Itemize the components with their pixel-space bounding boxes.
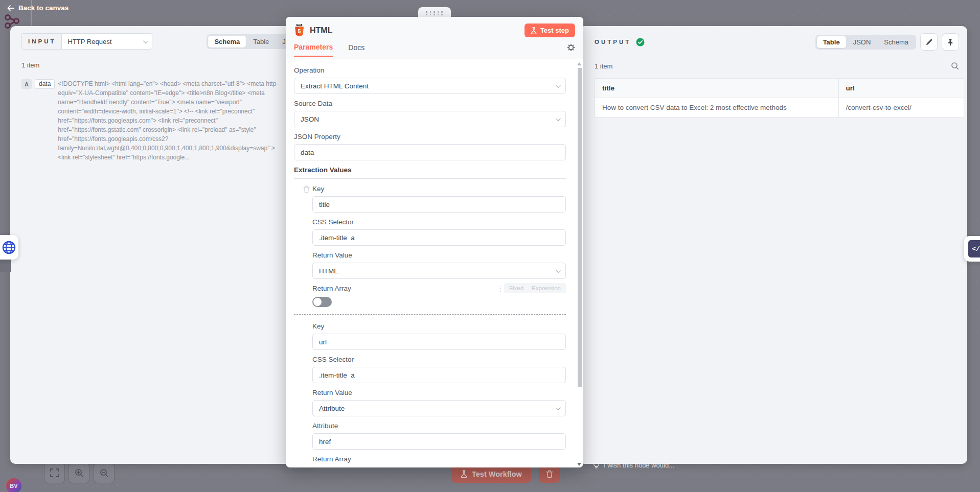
chevron-down-icon — [556, 116, 561, 121]
operation-value: Extract HTML Content — [301, 82, 369, 90]
return-value-label: Return Value — [312, 389, 566, 396]
trash-icon — [303, 185, 310, 193]
chevron-down-icon — [143, 38, 148, 43]
output-tab-schema[interactable]: Schema — [878, 36, 915, 48]
source-data-select[interactable]: JSON — [294, 111, 566, 127]
fixed-pill[interactable]: Fixed — [506, 285, 527, 292]
tab-parameters[interactable]: Parameters — [294, 43, 333, 57]
test-workflow-button[interactable]: Test Workflow — [451, 465, 531, 483]
input-source-value: HTTP Request — [68, 38, 112, 45]
tab-docs[interactable]: Docs — [348, 43, 364, 56]
pin-data-button[interactable] — [942, 33, 959, 51]
input-tab-table[interactable]: Table — [247, 36, 275, 48]
css-selector-input[interactable] — [312, 367, 566, 383]
return-value-value: Attribute — [319, 405, 345, 412]
ndv-header: HTML 5 HTML Test step Parameters Docs — [286, 17, 583, 59]
expression-pill[interactable]: Expression — [529, 285, 564, 292]
globe-icon — [2, 241, 16, 254]
test-step-button[interactable]: Test step — [525, 24, 575, 37]
search-icon — [951, 62, 959, 70]
scrollbar-up-arrow[interactable] — [577, 62, 581, 65]
output-tab-json[interactable]: JSON — [847, 36, 877, 48]
return-value-value: HTML — [319, 267, 338, 275]
user-avatar[interactable]: BV — [6, 478, 21, 492]
flask-icon — [461, 470, 467, 478]
delete-workflow-button[interactable] — [539, 465, 560, 483]
scrollbar-down-arrow[interactable] — [577, 463, 581, 466]
output-column-title: title — [595, 79, 839, 98]
edit-output-button[interactable] — [920, 33, 938, 51]
chevron-down-icon — [556, 83, 561, 88]
options-dots-icon — [500, 286, 501, 287]
output-search-button[interactable] — [951, 62, 959, 70]
svg-text:5: 5 — [298, 28, 301, 34]
return-value-select[interactable]: Attribute — [312, 400, 566, 416]
node-behind-stub — [0, 260, 11, 272]
svg-text:HTML: HTML — [297, 24, 301, 26]
key-label: Key — [312, 185, 566, 193]
output-tab-table[interactable]: Table — [817, 36, 846, 48]
output-table-header-row: title url — [595, 79, 964, 98]
toggle-knob — [313, 298, 322, 306]
zoom-to-fit-button[interactable] — [44, 462, 65, 483]
node-settings-button[interactable] — [567, 43, 575, 56]
operation-label: Operation — [294, 66, 566, 74]
scrollbar-thumb[interactable] — [578, 68, 582, 387]
zoom-in-button[interactable] — [69, 462, 89, 483]
zoom-to-fit-icon — [50, 468, 59, 477]
field-type-badge: A — [21, 79, 32, 89]
key-input[interactable] — [312, 196, 566, 213]
css-selector-input[interactable] — [312, 229, 566, 246]
zoom-out-icon — [100, 468, 109, 478]
back-to-canvas-label: Back to canvas — [18, 4, 69, 12]
attribute-input[interactable] — [312, 433, 566, 450]
output-table-row[interactable]: How to convert CSV data to Excel: 2 most… — [595, 98, 964, 118]
code-node-icon: </ — [968, 240, 980, 257]
test-step-label: Test step — [540, 27, 569, 34]
zoom-out-button[interactable] — [94, 462, 115, 483]
key-label: Key — [312, 322, 566, 330]
output-panel: OUTPUT Table JSON Schema 1 item title ur… — [579, 26, 967, 464]
trash-icon — [546, 470, 553, 478]
output-panel-title: OUTPUT — [595, 39, 631, 45]
input-panel: INPUT HTTP Request Schema Table JSON 1 i… — [10, 26, 317, 464]
return-array-toggle[interactable] — [312, 297, 332, 307]
fixed-expression-toggle[interactable]: Fixed Expression — [500, 283, 566, 293]
output-cell-title: How to convert CSV data to Excel: 2 most… — [595, 98, 839, 118]
css-selector-label: CSS Selector — [312, 356, 566, 363]
delete-extraction-button[interactable] — [303, 185, 310, 195]
schema-field-row[interactable]: A data <!DOCTYPE html> <html lang="en"> … — [21, 79, 308, 162]
field-name-pill[interactable]: data — [35, 79, 55, 89]
input-tab-schema[interactable]: Schema — [208, 36, 246, 48]
zoom-in-icon — [75, 468, 84, 478]
parameters-panel: Operation Extract HTML Content Source Da… — [286, 60, 583, 467]
back-to-canvas-button[interactable]: Back to canvas — [7, 4, 69, 12]
json-property-input[interactable] — [294, 144, 566, 160]
source-data-value: JSON — [301, 115, 319, 123]
chevron-down-icon — [556, 268, 561, 273]
extraction-group-1: Key CSS Selector Return Value HTML Retur… — [312, 185, 566, 307]
source-data-label: Source Data — [294, 100, 566, 107]
return-array-label: Return Array — [312, 455, 566, 463]
extraction-group-2: Key CSS Selector Return Value Attribute … — [312, 322, 566, 463]
group-separator — [294, 314, 566, 315]
chevron-down-icon — [556, 405, 561, 410]
node-title: HTML — [310, 26, 332, 35]
http-request-node-stub[interactable] — [0, 235, 18, 260]
output-table: title url How to convert CSV data to Exc… — [595, 78, 964, 118]
operation-select[interactable]: Extract HTML Content — [294, 78, 566, 94]
input-items-count: 1 item — [21, 61, 39, 69]
return-value-label: Return Value — [312, 251, 566, 259]
drag-dots-icon — [426, 11, 443, 15]
gear-icon — [567, 43, 575, 52]
node-detail-view: HTML 5 HTML Test step Parameters Docs — [286, 17, 583, 467]
input-source-select[interactable]: HTTP Request — [61, 33, 152, 50]
return-value-select[interactable]: HTML — [312, 263, 566, 279]
extraction-values-title: Extraction Values — [294, 166, 566, 179]
code-node-stub[interactable]: </ — [964, 236, 980, 262]
input-label-box: INPUT — [21, 33, 61, 50]
output-view-tabs: Table JSON Schema — [815, 35, 916, 50]
output-items-count: 1 item — [595, 62, 612, 70]
output-cell-url: /convert-csv-to-excel/ — [838, 98, 964, 118]
key-input[interactable] — [312, 334, 566, 350]
